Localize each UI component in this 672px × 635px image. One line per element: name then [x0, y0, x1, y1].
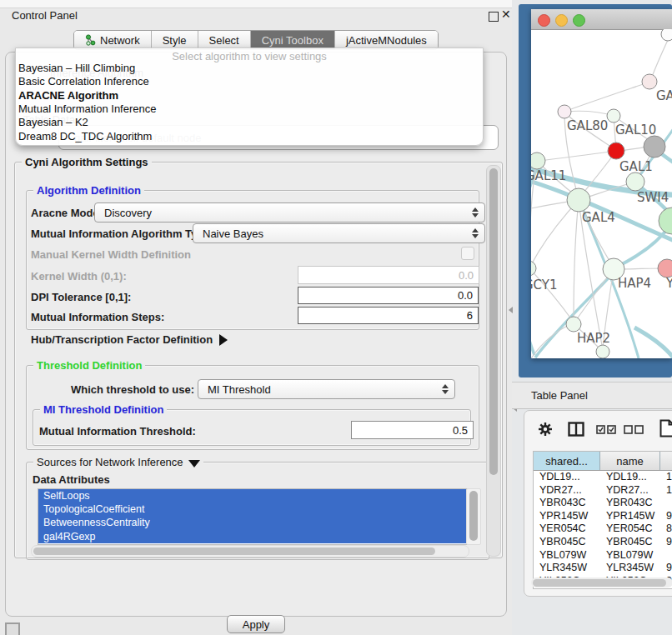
attribute-item[interactable]: gal4RGexp [38, 530, 467, 543]
network-node[interactable] [596, 345, 609, 358]
node-label: SWI4 [637, 190, 669, 205]
tab-select[interactable]: Select [198, 31, 251, 49]
algorithm-option[interactable]: Bayesian – K2 [18, 116, 88, 128]
export-table-icon[interactable] [659, 419, 672, 438]
table-cell [660, 549, 672, 562]
algorithm-option[interactable]: Mutual Information Inference [18, 102, 156, 115]
mi-type-combobox[interactable]: Naive Bayes [193, 223, 485, 243]
attributes-vscrollbar[interactable] [466, 488, 481, 545]
scrollbar-thumb[interactable] [469, 491, 478, 541]
table-cell: YLR345W [534, 562, 600, 575]
node-label: GAL2 [656, 88, 672, 103]
scrollbar-thumb[interactable] [533, 579, 666, 587]
attribute-item[interactable]: TopologicalCoefficient [38, 502, 467, 516]
network-node-hap2[interactable] [566, 317, 581, 332]
node-label: GAL10 [615, 122, 656, 138]
sources-toggle[interactable]: Sources for Network Inference [33, 456, 203, 468]
network-graph: GAL2GAL80GAL10GAL1GAL11SWI4GAL4HAP4YGCY1… [531, 29, 672, 358]
network-node-gal4[interactable] [567, 188, 590, 212]
hub-definition-toggle[interactable]: Hub/Transcription Factor Definition [31, 333, 228, 346]
network-node-gal10[interactable] [607, 109, 620, 122]
column-header-name[interactable]: name [600, 452, 660, 470]
network-node-gal11[interactable] [531, 152, 545, 169]
tab-cyni-toolbox[interactable]: Cyni Toolbox [251, 31, 335, 49]
algorithm-option[interactable]: Dream8 DC_TDC Algorithm [18, 130, 152, 142]
table-row[interactable]: YBR043CYBR043C [534, 497, 672, 510]
tab-network[interactable]: Network [74, 31, 152, 49]
table-cell: 12 [660, 484, 672, 498]
aracne-mode-value: Discovery [104, 207, 152, 219]
network-edge-strong[interactable] [634, 328, 672, 358]
network-node-gal2[interactable] [642, 74, 657, 89]
which-threshold-combobox[interactable]: MI Threshold [198, 379, 455, 399]
float-panel-icon[interactable] [489, 12, 499, 22]
table-cell: 13 [660, 471, 672, 484]
algorithm-option[interactable]: ARACNE Algorithm [18, 89, 118, 102]
table-hscrollbar[interactable] [531, 578, 672, 588]
network-node-y[interactable] [658, 259, 672, 278]
select-all-icon[interactable] [596, 425, 616, 434]
network-node-swi4[interactable] [626, 172, 644, 191]
mi-steps-field[interactable]: 6 [298, 307, 479, 324]
deselect-all-icon[interactable] [624, 425, 644, 434]
table-row[interactable]: YPR145WYPR145W9. [534, 510, 672, 523]
column-header-shared[interactable]: shared... [534, 452, 600, 470]
table-cell: YBR045C [600, 536, 660, 549]
close-panel-icon[interactable]: ✕ [501, 8, 511, 21]
network-canvas[interactable]: GAL2GAL80GAL10GAL1GAL11SWI4GAL4HAP4YGCY1… [531, 29, 672, 358]
data-attributes-list[interactable]: SelfLoopsTopologicalCoefficientBetweenne… [38, 488, 468, 545]
node-attribute-table[interactable]: shared...nameYDL19...YDL19...13YDR27...Y… [533, 451, 672, 589]
table-cell: 9. [660, 510, 672, 523]
mi-threshold-field[interactable]: 0.5 [351, 421, 474, 439]
algorithm-dropdown-popup: Select algorithm to view settings Bayesi… [15, 48, 484, 146]
table-row[interactable]: YLR345WYLR345W9. [534, 562, 672, 575]
table-row[interactable]: YBL079WYBL079W [534, 549, 672, 562]
network-edge[interactable] [571, 82, 650, 109]
network-node[interactable] [644, 136, 665, 158]
gear-icon[interactable] [538, 422, 553, 437]
scrollbar-thumb[interactable] [489, 168, 498, 475]
splitter-collapse-icon[interactable] [509, 307, 513, 313]
table-row[interactable]: YDR27...YDR27...12 [534, 484, 672, 498]
dock-corner-button[interactable] [5, 622, 20, 635]
mi-type-label: Mutual Information Algorithm Type: [31, 228, 213, 240]
network-node[interactable] [659, 208, 672, 234]
table-cell: YPR145W [534, 510, 600, 523]
attribute-item[interactable]: BetweennessCentrality [38, 516, 467, 529]
network-edge[interactable] [531, 268, 572, 320]
table-row[interactable]: YDL19...YDL19...13 [534, 471, 672, 484]
table-cell: YER054C [600, 522, 660, 536]
network-node-gal1[interactable] [608, 142, 624, 159]
window-titlebar[interactable] [531, 9, 672, 30]
tab-style[interactable]: Style [152, 31, 198, 49]
columns-icon[interactable] [568, 422, 584, 437]
minimize-window-icon[interactable] [555, 14, 568, 27]
settings-vscrollbar[interactable] [486, 165, 501, 557]
dpi-tolerance-field[interactable]: 0.0 [298, 287, 479, 304]
manual-kernel-checkbox[interactable] [461, 247, 474, 260]
network-edge[interactable] [539, 151, 616, 161]
network-view-window[interactable]: GAL2GAL80GAL10GAL1GAL11SWI4GAL4HAP4YGCY1… [531, 9, 672, 358]
table-row[interactable]: YBR045CYBR045C9. [534, 536, 672, 549]
network-node-gcy1[interactable] [531, 261, 536, 276]
table-row[interactable]: YER054CYER054C8. [534, 522, 672, 536]
kernel-width-field[interactable]: 0.0 [298, 266, 479, 284]
tab-jactivemnodules[interactable]: jActiveMNodules [335, 31, 438, 49]
zoom-window-icon[interactable] [573, 14, 585, 27]
attribute-item[interactable]: SelfLoops [38, 489, 467, 502]
node-label: HAP2 [577, 331, 610, 346]
network-node[interactable] [661, 29, 672, 41]
table-cell: 9. [660, 562, 672, 575]
apply-button[interactable]: Apply [227, 615, 285, 633]
attributes-hscrollbar[interactable] [31, 545, 469, 558]
aracne-mode-combobox[interactable]: Discovery [94, 202, 485, 222]
column-header[interactable] [660, 452, 672, 470]
table-cell: YBL079W [534, 549, 600, 562]
network-edge[interactable] [564, 111, 614, 116]
network-node-gal80[interactable] [558, 105, 571, 118]
scrollbar-thumb[interactable] [33, 548, 435, 555]
close-window-icon[interactable] [538, 14, 550, 27]
network-edge[interactable] [574, 200, 579, 321]
algorithm-option[interactable]: Basic Correlation Inference [18, 75, 149, 88]
algorithm-option[interactable]: Bayesian – Hill Climbing [18, 62, 135, 74]
